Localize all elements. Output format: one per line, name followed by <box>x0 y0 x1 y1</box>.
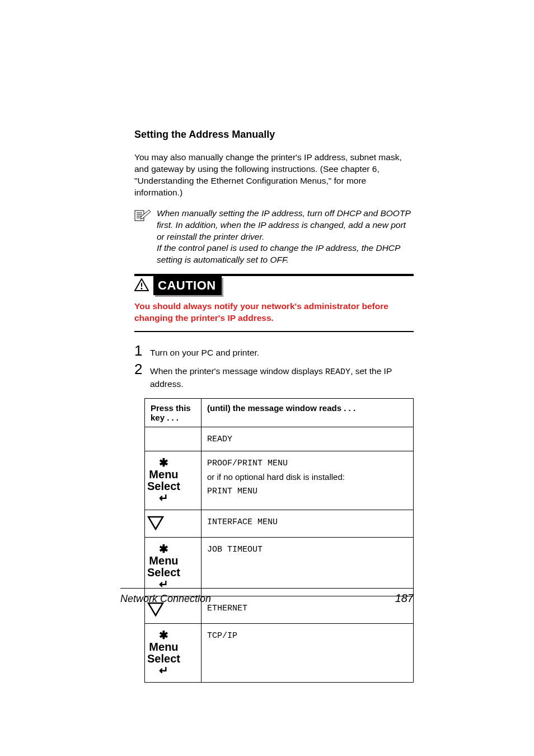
key-cell: ✱MenuSelect↵ <box>145 623 202 682</box>
down-arrow-key-icon <box>147 516 199 531</box>
table-header-key: Press this key . . . <box>145 398 202 427</box>
key-cell: ✱MenuSelect↵ <box>145 451 202 510</box>
menu-select-key-icon: ✱MenuSelect↵ <box>147 629 180 676</box>
message-mono: READY <box>207 435 232 444</box>
message-cell: READY <box>202 427 414 451</box>
step-text: When the printer's message window displa… <box>148 365 414 390</box>
footer-title: Network Connection <box>120 593 211 605</box>
menu-select-key-icon: ✱MenuSelect↵ <box>147 457 180 504</box>
note-icon <box>134 208 157 223</box>
message-mono: INTERFACE MENU <box>207 517 278 527</box>
step2-before: When the printer's message window displa… <box>150 366 325 376</box>
note-line1: When manually setting the IP address, tu… <box>157 208 410 241</box>
message-plain: or if no optional hard disk is installed… <box>207 472 345 482</box>
caution-box: CAUTION You should always notify your ne… <box>134 274 414 332</box>
table-row: ✱MenuSelect↵PROOF/PRINT MENUor if no opt… <box>145 451 414 510</box>
key-cell <box>145 427 202 451</box>
message-mono: PROOF/PRINT MENU <box>207 459 288 468</box>
note-text: When manually setting the IP address, tu… <box>157 208 414 267</box>
step-text: Turn on your PC and printer. <box>148 347 259 359</box>
step2-mono: READY <box>325 367 350 377</box>
message-mono: ETHERNET <box>207 604 247 613</box>
warning-triangle-icon <box>134 275 150 294</box>
message-mono: TCP/IP <box>207 631 237 641</box>
caution-body: You should always notify your network's … <box>134 301 414 324</box>
key-sequence-table: Press this key . . . (until) the message… <box>144 398 414 683</box>
message-cell: TCP/IP <box>202 623 414 682</box>
step-2: 2 When the printer's message window disp… <box>134 361 414 390</box>
table-header-msg: (until) the message window reads . . . <box>202 398 414 427</box>
step-1: 1 Turn on your PC and printer. <box>134 342 414 360</box>
step-number: 2 <box>134 361 148 378</box>
message-cell: JOB TIMEOUT <box>202 537 414 596</box>
table-row: ✱MenuSelect↵TCP/IP <box>145 623 414 682</box>
step-list: 1 Turn on your PC and printer. 2 When th… <box>134 342 414 390</box>
table-row: READY <box>145 427 414 451</box>
step-number: 1 <box>134 342 148 360</box>
document-page: Setting the Address Manually You may als… <box>0 0 534 756</box>
note-block: When manually setting the IP address, tu… <box>134 208 414 267</box>
svg-point-6 <box>141 288 143 290</box>
message-cell: PROOF/PRINT MENUor if no optional hard d… <box>202 451 414 510</box>
intro-paragraph: You may also manually change the printer… <box>134 152 414 199</box>
message-mono: JOB TIMEOUT <box>207 545 263 554</box>
caution-label: CAUTION <box>153 276 222 295</box>
page-footer: Network Connection 187 <box>120 588 414 605</box>
table-row: ✱MenuSelect↵JOB TIMEOUT <box>145 537 414 596</box>
menu-select-key-icon: ✱MenuSelect↵ <box>147 543 180 590</box>
table-row: INTERFACE MENU <box>145 510 414 537</box>
message-cell: INTERFACE MENU <box>202 510 414 537</box>
page-number: 187 <box>395 592 414 605</box>
section-heading: Setting the Address Manually <box>134 129 414 141</box>
note-line2: If the control panel is used to change t… <box>157 243 400 264</box>
key-cell <box>145 510 202 537</box>
message-mono2: PRINT MENU <box>207 487 257 496</box>
key-cell: ✱MenuSelect↵ <box>145 537 202 596</box>
